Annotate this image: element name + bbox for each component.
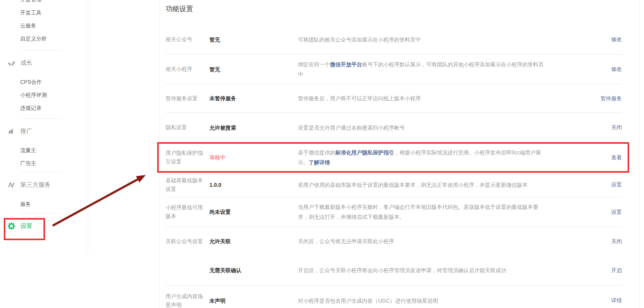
sidebar-section-label: 设置: [20, 222, 32, 230]
row-value: 1.0.0: [209, 181, 298, 189]
row-value: 审核中: [209, 154, 298, 161]
sidebar-item-mp-review[interactable]: 小程序评测: [0, 88, 88, 101]
page: 开发管理 开发工具 云服务 自定义分析 成长 CPS合作 小程序评测 违规记录: [0, 0, 644, 308]
row-value: 尚未设置: [209, 208, 298, 216]
row-action-cell: 设置: [611, 181, 622, 188]
row-action-official-account-link[interactable]: 关闭: [611, 238, 622, 244]
row-action-suspend-service[interactable]: 暂停服务: [601, 95, 622, 101]
megaphone-icon: [7, 127, 16, 136]
sidebar-section-settings[interactable]: 设置: [0, 217, 88, 236]
row-description: 开启后，公众号关联小程序将会向小程序管理员发送申请，待管理员确认后才能关联成功: [298, 265, 548, 275]
sidebar-item-dev-manage[interactable]: 开发管理: [0, 0, 88, 6]
inline-link[interactable]: 了解详情: [309, 159, 330, 165]
description-text: 暂停服务后，用户将不可以正常访问线上版本小程序: [298, 95, 421, 101]
row-action-min-available-version[interactable]: 设置: [611, 209, 622, 215]
sidebar-divider: [20, 172, 62, 172]
row-description: 对小程序是否包含用户生成内容（UGC）进行使用场景说明: [298, 296, 548, 306]
description-text: 若用户使用的基础库版本低于设置的最低版本要求，则无法正常使用小程序，并提示更新微…: [298, 182, 528, 188]
sidebar-item-violation-record[interactable]: 违规记录: [0, 101, 88, 114]
row-value: 无需关联确认: [209, 266, 298, 274]
sidebar-divider: [20, 213, 62, 213]
row-value: 未暂停服务: [209, 95, 298, 102]
sprout-icon: [7, 58, 16, 67]
row-action-cell: 查看: [611, 154, 622, 161]
inline-link[interactable]: 微信开放平台: [330, 61, 362, 67]
settings-row-privacy-search: 隐私设置允许被搜索设置是否允许用户通过名称搜索到小程序帐号关闭: [166, 112, 622, 142]
row-description: 暂停服务后，用户将不可以正常访问线上版本小程序: [298, 93, 548, 103]
row-label: 关联公众号设置: [166, 237, 209, 246]
row-action-privacy-search[interactable]: 关闭: [611, 124, 622, 130]
description-text: 绑定在同一个: [298, 61, 330, 67]
row-value: 暂无: [209, 66, 298, 73]
row-action-related-official-account[interactable]: 修改: [611, 36, 622, 42]
row-action-cell: 关闭: [611, 124, 622, 131]
sidebar-divider: [20, 50, 62, 50]
description-text: 关闭后，公众号将无法申请关联此小程序: [298, 238, 394, 244]
sidebar-divider: [20, 118, 62, 119]
sidebar-item-custom-analysis[interactable]: 自定义分析: [0, 32, 88, 45]
description-text: 设置是否允许用户通过名称搜索到小程序帐号: [298, 125, 405, 131]
sidebar-section-third-party[interactable]: 第三方服务: [0, 175, 88, 194]
row-action-cell: 关闭: [611, 238, 622, 245]
row-value: 允许被搜索: [209, 124, 298, 132]
sidebar-section-label: 推广: [20, 127, 32, 135]
row-description: 可将团队的相关公众号添加展示在小程序的资料页中: [298, 35, 548, 45]
page-title: 功能设置: [166, 0, 622, 25]
row-description: 基于微信提供的标准化用户隐私保护指引，根据小程序实际情况进行完善。小程序发布后即…: [298, 148, 548, 167]
settings-row-related-official-account: 相关公众号暂无可将团队的相关公众号添加展示在小程序的资料页中修改: [166, 25, 622, 54]
sidebar-item-advertiser[interactable]: 广告主: [0, 157, 88, 170]
row-description: 若用户使用的基础库版本低于设置的最低版本要求，则无法正常使用小程序，并提示更新微…: [298, 180, 548, 190]
row-label: 相关小程序: [166, 65, 209, 74]
row-label: 小程序最低可用版本: [166, 203, 209, 221]
row-action-ugc-declaration[interactable]: 详情: [611, 297, 622, 303]
settings-row-related-mini-programs: 相关小程序暂无绑定在同一个微信开放平台账号下的小程序默认展示，可将团队的其他小程…: [166, 54, 622, 84]
main-content: 功能设置 相关公众号暂无可将团队的相关公众号添加展示在小程序的资料页中修改相关小…: [159, 0, 640, 308]
sidebar-item-traffic-owner[interactable]: 流量主: [0, 144, 88, 157]
row-label: 暂停服务设置: [166, 94, 209, 103]
sidebar-section-label: 成长: [20, 59, 32, 67]
row-action-cell: 暂停服务: [601, 95, 622, 102]
settings-rows: 相关公众号暂无可将团队的相关公众号添加展示在小程序的资料页中修改相关小程序暂无绑…: [166, 25, 622, 308]
row-value: 允许关联: [209, 237, 298, 245]
description-text: 可将团队的相关公众号添加展示在小程序的资料页中: [298, 37, 421, 43]
row-description: 当用户下载最新版本小程序失败时，客户端会打开本地旧版本代码包。若该版本低于设置的…: [298, 202, 548, 222]
row-action-link-confirmation[interactable]: 开启: [611, 267, 622, 273]
row-description: 关闭后，公众号将无法申请关联此小程序: [298, 236, 548, 246]
row-action-cell: 开启: [611, 267, 622, 274]
row-action-privacy-guideline[interactable]: 查看: [611, 154, 622, 160]
sidebar: 开发管理 开发工具 云服务 自定义分析 成长 CPS合作 小程序评测 违规记录: [0, 0, 88, 253]
sidebar-item-cloud-service[interactable]: 云服务: [0, 19, 88, 32]
sidebar-section-growth[interactable]: 成长: [0, 53, 88, 72]
gear-icon: [7, 221, 16, 231]
settings-row-privacy-guideline: 用户隐私保护指引设置审核中基于微信提供的标准化用户隐私保护指引，根据小程序实际情…: [166, 142, 622, 172]
settings-row-suspend-service: 暂停服务设置未暂停服务暂停服务后，用户将不可以正常访问线上版本小程序暂停服务: [166, 84, 622, 112]
description-text: 对小程序是否包含用户生成内容（UGC）进行使用场景说明: [298, 298, 438, 304]
sidebar-item-cps[interactable]: CPS合作: [0, 75, 88, 88]
row-action-cell: 修改: [611, 36, 622, 43]
settings-row-ugc-declaration: 用户生成内容场景声明未声明对小程序是否包含用户生成内容（UGC）进行使用场景说明…: [166, 285, 622, 308]
row-action-min-sdk-version[interactable]: 设置: [611, 181, 622, 188]
description-text: 基于微信提供的: [298, 149, 335, 156]
row-label: 隐私设置: [166, 123, 209, 132]
settings-row-min-available-version: 小程序最低可用版本尚未设置当用户下载最新版本小程序失败时，客户端会打开本地旧版本…: [166, 197, 622, 227]
settings-row-link-confirmation: 无需关联确认开启后，公众号关联小程序将会向小程序管理员发送申请，待管理员确认后才…: [166, 255, 622, 285]
sidebar-item-service[interactable]: 服务: [0, 197, 88, 210]
row-description: 绑定在同一个微信开放平台账号下的小程序默认展示，可将团队的其他小程序添加展示在小…: [298, 59, 548, 79]
row-action-cell: 详情: [611, 297, 622, 304]
sidebar-section-promotion[interactable]: 推广: [0, 122, 88, 141]
row-description: 设置是否允许用户通过名称搜索到小程序帐号: [298, 123, 548, 133]
row-label: 相关公众号: [166, 35, 209, 44]
row-label: 用户生成内容场景声明: [166, 292, 209, 308]
row-label: 用户隐私保护指引设置: [166, 149, 209, 166]
row-action-cell: 设置: [611, 209, 622, 216]
sidebar-section-label: 第三方服务: [20, 181, 51, 189]
inline-link[interactable]: 标准化用户隐私保护指引: [335, 149, 394, 156]
settings-row-official-account-link: 关联公众号设置允许关联关闭后，公众号将无法申请关联此小程序关闭: [166, 227, 622, 255]
row-action-related-mini-programs[interactable]: 修改: [611, 66, 622, 72]
third-party-service-icon: [7, 180, 16, 189]
row-action-cell: 修改: [611, 66, 622, 73]
row-value: 未声明: [209, 297, 298, 305]
sidebar-item-dev-tools[interactable]: 开发工具: [0, 6, 88, 19]
row-value: 暂无: [209, 36, 298, 43]
description-text: 开启后，公众号关联小程序将会向小程序管理员发送申请，待管理员确认后才能关联成功: [298, 267, 506, 273]
